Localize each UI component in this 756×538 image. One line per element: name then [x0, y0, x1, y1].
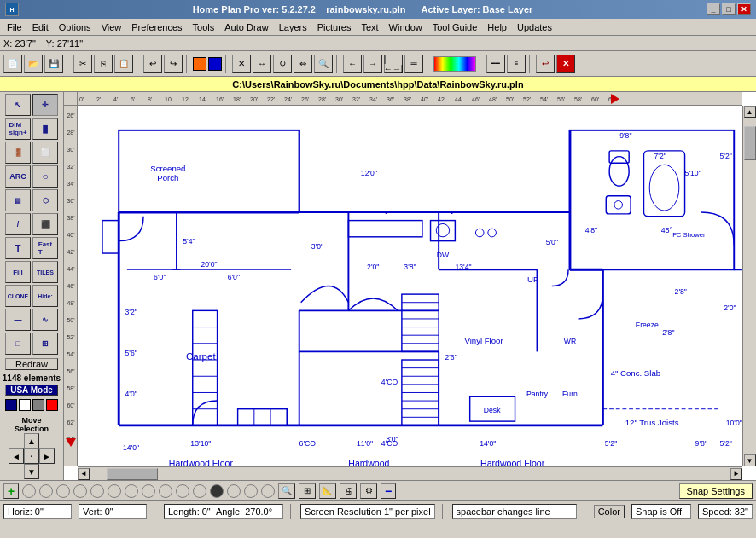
move-down-button[interactable]: ▼ — [24, 464, 39, 479]
move-center-button[interactable]: · — [24, 448, 39, 464]
menu-help[interactable]: Help — [482, 20, 512, 34]
close-button[interactable]: ✕ — [737, 3, 751, 15]
menu-options[interactable]: Options — [54, 20, 96, 34]
menu-file[interactable]: File — [2, 20, 27, 34]
zoom-level-15[interactable] — [261, 484, 275, 498]
zoom-tool-5[interactable]: ⚙ — [360, 483, 377, 499]
zoom-minus-button[interactable]: − — [381, 483, 396, 499]
line-type-button[interactable]: ═ — [404, 55, 423, 73]
clone-tool[interactable]: CLONE — [5, 285, 31, 307]
line-tool[interactable]: / — [5, 213, 31, 235]
usa-mode-button[interactable]: USA Mode — [5, 385, 58, 396]
properties-button[interactable]: ≡ — [507, 55, 526, 73]
grid-tool[interactable]: ⊞ — [32, 333, 58, 355]
scroll-track-right[interactable] — [744, 118, 756, 454]
scroll-track-bottom[interactable] — [90, 468, 730, 480]
flip-button[interactable]: ⇔ — [294, 55, 312, 73]
color-mode-button[interactable]: Color — [594, 505, 625, 518]
rotate-button[interactable]: ↻ — [273, 55, 292, 73]
menu-layers[interactable]: Layers — [274, 20, 312, 34]
pointer-tool[interactable]: ↖ — [5, 94, 31, 116]
poly-tool[interactable]: ⬡ — [32, 189, 58, 211]
stair-tool[interactable]: ▤ — [5, 189, 31, 211]
menu-updates[interactable]: Updates — [512, 20, 557, 34]
scroll-thumb-right[interactable] — [744, 126, 756, 160]
menu-view[interactable]: View — [96, 20, 127, 34]
save-button[interactable]: 💾 — [44, 55, 63, 73]
zoom-level-3[interactable] — [56, 484, 70, 498]
cut-button[interactable]: ✂ — [73, 55, 92, 73]
menu-autodraw[interactable]: Auto Draw — [219, 20, 273, 34]
door-tool[interactable]: 🚪 — [5, 142, 31, 164]
undo2-button[interactable]: ↩ — [536, 55, 555, 73]
straight-tool[interactable]: — — [5, 309, 31, 331]
wall-tool[interactable]: █ — [32, 118, 58, 140]
circle-tool[interactable]: ○ — [32, 165, 58, 188]
minimize-button[interactable]: _ — [707, 3, 720, 15]
window-tool[interactable]: ⬜ — [32, 142, 58, 164]
line-style-button[interactable]: ━━ — [486, 55, 505, 73]
color-swatch-white[interactable] — [19, 399, 31, 411]
arc-tool[interactable]: ARC — [5, 165, 31, 188]
paste-button[interactable]: 📋 — [114, 55, 133, 73]
arrow-left-button[interactable]: ← — [343, 55, 362, 73]
color-box-2[interactable] — [208, 57, 222, 71]
menu-text[interactable]: Text — [356, 20, 383, 34]
fast-text-tool[interactable]: FastT — [32, 237, 58, 259]
zoom-level-4[interactable] — [73, 484, 87, 498]
zoom-level-7[interactable] — [125, 484, 138, 498]
canvas-area[interactable]: 0' 2' 4' 6' 8' 10' 12' 14' 16' 18' 20' 2… — [64, 92, 756, 480]
undo-button[interactable]: ↩ — [143, 55, 162, 73]
move-right-button[interactable]: ► — [39, 448, 55, 464]
snap-settings-button[interactable]: Snap Settings — [679, 483, 753, 499]
color-swatch-red[interactable] — [46, 399, 58, 411]
floor-plan-svg[interactable]: Screened Porch — [78, 106, 742, 466]
menu-toolguide[interactable]: Tool Guide — [427, 20, 483, 34]
menu-preferences[interactable]: Preferences — [126, 20, 187, 34]
cancel-button[interactable]: ✕ — [556, 55, 575, 73]
tile-tool[interactable]: TILES — [32, 261, 58, 283]
zoom-level-14[interactable] — [244, 484, 258, 498]
new-button[interactable]: 📄 — [3, 55, 22, 73]
hide-tool[interactable]: Hide: — [32, 285, 58, 307]
scroll-down-button[interactable]: ▼ — [744, 454, 756, 466]
zoom-tool-2[interactable]: ⊞ — [299, 483, 316, 499]
zoom-tool-4[interactable]: 🖨 — [340, 483, 357, 499]
zoom-level-12[interactable] — [210, 484, 224, 498]
zoom-tool-3[interactable]: 📐 — [319, 483, 336, 499]
open-button[interactable]: 📂 — [24, 55, 43, 73]
copy-button[interactable]: ⎘ — [94, 55, 113, 73]
color-strip[interactable] — [433, 56, 476, 72]
menu-edit[interactable]: Edit — [27, 20, 54, 34]
color-swatch-gray[interactable] — [32, 399, 44, 411]
zoom-level-13[interactable] — [227, 484, 241, 498]
zoom-button[interactable]: 🔍 — [314, 55, 333, 73]
zoom-level-11[interactable] — [193, 484, 206, 498]
crosshair-tool[interactable]: ✛ — [32, 94, 58, 116]
curve-tool[interactable]: ∿ — [32, 309, 58, 331]
text-tool[interactable]: T — [5, 237, 31, 259]
maximize-button[interactable]: □ — [722, 3, 736, 15]
redo-button[interactable]: ↪ — [164, 55, 183, 73]
box-tool[interactable]: □ — [5, 333, 31, 355]
eraser-tool[interactable]: ⬛ — [32, 213, 58, 235]
scroll-left-button[interactable]: ◄ — [78, 468, 90, 480]
scroll-up-button[interactable]: ▲ — [744, 106, 756, 118]
menu-tools[interactable]: Tools — [188, 20, 220, 34]
dim-tool[interactable]: DIMsign+ — [5, 118, 31, 140]
select-button[interactable]: ✕ — [232, 55, 251, 73]
zoom-level-5[interactable] — [90, 484, 104, 498]
color-swatch-black[interactable] — [5, 399, 17, 411]
zoom-level-2[interactable] — [39, 484, 53, 498]
arrow-right-button[interactable]: → — [363, 55, 382, 73]
zoom-level-9[interactable] — [159, 484, 172, 498]
move-button[interactable]: ↔ — [253, 55, 271, 73]
redraw-button[interactable]: Redraw — [5, 358, 58, 370]
fill-tool[interactable]: Fill — [5, 261, 31, 283]
menu-window[interactable]: Window — [384, 20, 427, 34]
move-up-button[interactable]: ▲ — [24, 433, 39, 448]
menu-pictures[interactable]: Pictures — [312, 20, 357, 34]
measure-button[interactable]: |←→| — [384, 55, 403, 73]
zoom-tool-1[interactable]: 🔍 — [278, 483, 295, 499]
zoom-level-6[interactable] — [108, 484, 121, 498]
